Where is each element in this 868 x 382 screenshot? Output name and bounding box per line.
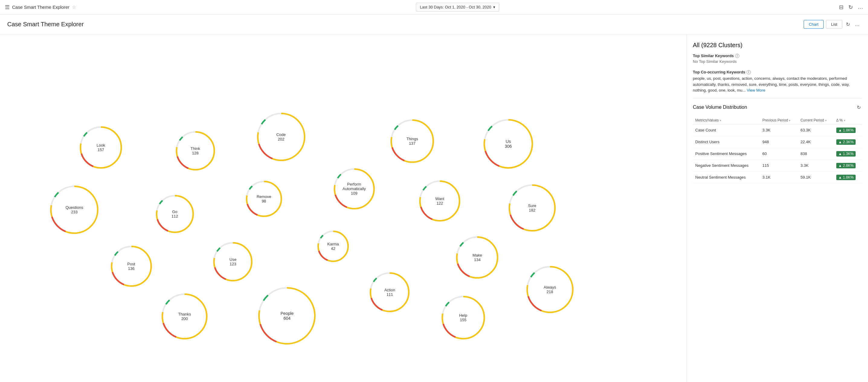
cell-prev-0: 3.3K	[760, 124, 798, 136]
bubble-label-people: People	[281, 311, 294, 316]
sort-icon-metrics[interactable]: ▾	[720, 119, 721, 122]
table-row: Distinct Users 948 22.4K ▲ 2.3K%	[693, 136, 862, 148]
bubble-count-thanks: 200	[181, 316, 188, 321]
bubble-go[interactable]: Go 112	[156, 195, 194, 233]
cell-metric-3: Negative Sentiment Messages	[693, 159, 760, 171]
bubble-count-help: 155	[460, 318, 467, 322]
cell-metric-4: Neutral Sentiment Messages	[693, 171, 760, 183]
bubble-count-make: 134	[474, 258, 481, 262]
bubble-count-go: 112	[172, 214, 178, 218]
top-similar-info-icon[interactable]: i	[735, 54, 739, 58]
table-header: Metrics/Values ▾ Previous Period ▾ Curre…	[693, 116, 862, 124]
col-prev: Previous Period ▾	[760, 116, 798, 124]
topbar-title: Case Smart Theme Explorer	[12, 4, 69, 10]
delta-badge-0: ▲ 1.8K%	[836, 127, 856, 133]
bubble-us[interactable]: Us 306	[484, 119, 533, 169]
delta-badge-4: ▲ 1.8K%	[836, 175, 856, 180]
bubble-post[interactable]: Post 136	[111, 246, 152, 287]
main-content: Look 157 Think 128 Code 202 Things 137 U…	[0, 34, 868, 382]
cell-curr-3: 3.3K	[798, 159, 834, 171]
bubble-label-look: Look	[97, 143, 105, 147]
delta-badge-1: ▲ 2.3K%	[836, 139, 856, 145]
bubble-make[interactable]: Make 134	[456, 236, 498, 278]
bubble-label-remove: Remove	[257, 194, 271, 199]
bubble-label-help: Help	[459, 313, 467, 318]
sort-icon-delta[interactable]: ▾	[844, 119, 845, 122]
distribution-table: Metrics/Values ▾ Previous Period ▾ Curre…	[693, 116, 862, 183]
header-more-icon[interactable]: …	[854, 21, 861, 28]
bubble-label-sure: Sure	[528, 203, 536, 208]
cell-curr-4: 59.1K	[798, 171, 834, 183]
bubble-karma[interactable]: Karma 42	[317, 231, 349, 262]
header-refresh-icon[interactable]: ↻	[845, 20, 851, 28]
bubble-count-people: 604	[284, 316, 290, 321]
bubble-things[interactable]: Things 137	[391, 119, 434, 163]
bubble-code[interactable]: Code 202	[257, 113, 305, 161]
top-cooccurring-label: Top Co-occurring Keywords i	[693, 70, 862, 75]
dist-refresh-icon[interactable]: ↻	[856, 104, 862, 112]
bubble-count-remove: 98	[262, 199, 266, 203]
view-more-link[interactable]: View More	[747, 88, 765, 92]
delta-badge-2: ▲ 1.3K%	[836, 151, 856, 156]
bubble-perform[interactable]: PerformAutomatically 109	[334, 168, 375, 209]
bubble-label-think: Think	[191, 146, 200, 151]
table-row: Neutral Sentiment Messages 3.1K 59.1K ▲ …	[693, 171, 862, 183]
date-range-button[interactable]: Last 30 Days: Oct 1, 2020 - Oct 30, 2020…	[416, 3, 499, 11]
delta-badge-3: ▲ 2.8K%	[836, 163, 856, 168]
bubble-label-questions: Questions	[65, 205, 83, 210]
bubble-count-code: 202	[278, 137, 284, 141]
bubble-count-things: 137	[409, 141, 415, 146]
bubble-count-questions: 233	[71, 210, 78, 214]
cell-delta-0: ▲ 1.8K%	[834, 124, 862, 136]
bubble-questions[interactable]: Questions 233	[50, 185, 98, 234]
table-body: Case Count 3.3K 63.3K ▲ 1.8K% Distinct U…	[693, 124, 862, 183]
top-bar-right: ⊟ ↻ …	[839, 4, 863, 10]
list-view-button[interactable]: List	[826, 20, 842, 29]
bubble-label-post: Post	[127, 262, 135, 266]
date-range-text: Last 30 Days: Oct 1, 2020 - Oct 30, 2020	[420, 5, 491, 9]
sort-icon-curr[interactable]: ▾	[825, 119, 827, 122]
bubble-label-use: Use	[229, 257, 237, 262]
sort-icon-prev[interactable]: ▾	[789, 119, 790, 122]
bubble-count-karma: 42	[331, 246, 335, 251]
bubble-always[interactable]: Always 218	[526, 266, 574, 313]
bubble-label-perform: Automatically	[342, 186, 366, 191]
filter-icon[interactable]: ⊟	[839, 4, 843, 10]
menu-icon[interactable]: ☰	[5, 4, 10, 10]
bubble-count-post: 136	[128, 266, 135, 271]
bubble-people[interactable]: People 604	[258, 287, 316, 345]
more-options-icon[interactable]: …	[858, 4, 863, 10]
dist-header: Case Volume Distribution ↻	[693, 104, 862, 112]
cell-curr-1: 22.4K	[798, 136, 834, 148]
bubble-help[interactable]: Help 155	[441, 296, 485, 340]
page-header: Case Smart Theme Explorer Chart List ↻ …	[0, 14, 868, 34]
bubble-look[interactable]: Look 157	[80, 126, 122, 169]
bubble-remove[interactable]: Remove 98	[246, 181, 282, 217]
refresh-icon[interactable]: ↻	[848, 4, 853, 10]
bubble-label-action: Action	[384, 288, 395, 292]
bubble-use[interactable]: Use 123	[213, 242, 252, 282]
top-cooccurring-info-icon[interactable]: i	[747, 70, 751, 75]
top-bar-left: ☰ Case Smart Theme Explorer ☆	[5, 4, 76, 10]
chart-view-button[interactable]: Chart	[804, 20, 824, 29]
favorite-icon[interactable]: ☆	[72, 4, 76, 10]
bubble-label-code: Code	[276, 133, 286, 137]
bubble-container: Look 157 Think 128 Code 202 Things 137 U…	[0, 34, 686, 382]
top-bar: ☰ Case Smart Theme Explorer ☆ Last 30 Da…	[0, 0, 868, 14]
bubble-label-things: Things	[406, 137, 418, 141]
no-similar-keywords: No Top Similar Keywords	[693, 59, 862, 64]
bubble-thanks[interactable]: Thanks 200	[162, 293, 208, 340]
bubble-think[interactable]: Think 128	[176, 131, 215, 171]
bubble-count-use: 123	[229, 262, 236, 266]
cell-delta-3: ▲ 2.8K%	[834, 159, 862, 171]
cell-prev-4: 3.1K	[760, 171, 798, 183]
bubble-label-karma: Karma	[328, 242, 339, 246]
cell-curr-2: 838	[798, 148, 834, 159]
bubble-count-think: 128	[192, 151, 199, 155]
cell-prev-2: 60	[760, 148, 798, 159]
bubble-sure[interactable]: Sure 182	[508, 184, 556, 232]
sidebar: All (9228 Clusters) Top Similar Keywords…	[687, 34, 868, 382]
bubble-want[interactable]: Want 122	[419, 180, 460, 222]
cell-curr-0: 63.3K	[798, 124, 834, 136]
bubble-action[interactable]: Action 111	[370, 272, 409, 312]
